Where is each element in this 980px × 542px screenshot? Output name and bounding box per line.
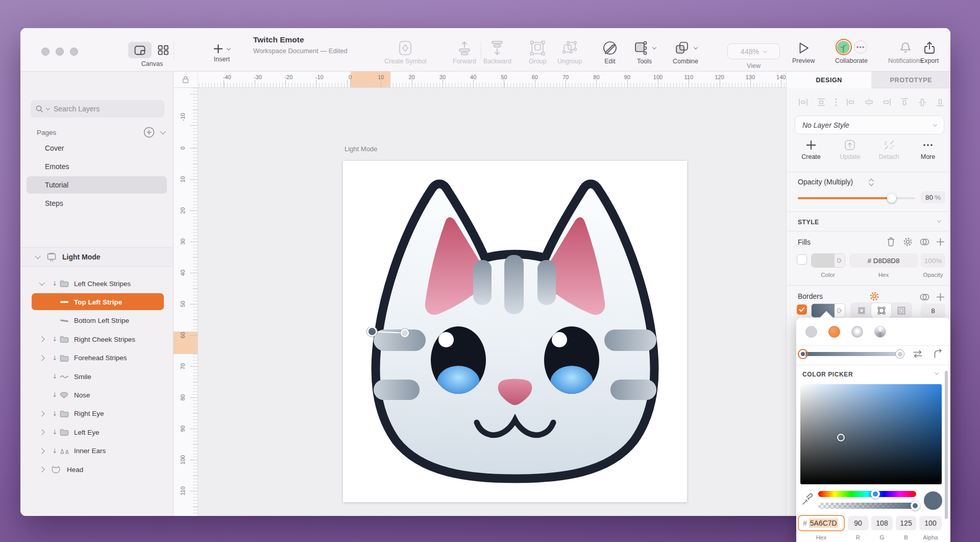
gradient-stop-start[interactable] (798, 349, 808, 359)
fill-opacity-field[interactable]: 100% (921, 253, 945, 268)
artboard-row-light-mode[interactable]: Light Mode (20, 247, 173, 267)
opacity-slider-knob[interactable] (887, 194, 896, 203)
page-item-steps[interactable]: Steps (20, 194, 173, 213)
blend-mode-stepper-icon[interactable] (868, 178, 874, 187)
linear-gradient-type-button[interactable] (828, 326, 840, 338)
combine-button[interactable]: Combine (673, 40, 698, 65)
chevron-down-icon[interactable] (39, 280, 44, 286)
zoom-level-dropdown[interactable]: 448% (727, 43, 780, 59)
add-fill-icon[interactable] (936, 238, 945, 246)
border-inside-button[interactable] (851, 303, 871, 318)
fill-color-swatch[interactable] (811, 253, 845, 268)
border-enabled-checkbox[interactable] (797, 304, 807, 315)
hex-input[interactable]: # 5A6C7D (798, 515, 845, 531)
create-style-button[interactable]: Create (795, 139, 827, 164)
traffic-minimize-button[interactable] (56, 48, 64, 56)
alpha-knob[interactable] (911, 501, 920, 510)
traffic-zoom-button[interactable] (70, 48, 78, 56)
border-settings-gear-icon[interactable] (869, 291, 879, 301)
page-item-emotes[interactable]: Emotes (20, 157, 173, 176)
add-page-icon[interactable] (143, 127, 155, 138)
opacity-slider[interactable] (798, 197, 915, 199)
traffic-close-button[interactable] (41, 48, 50, 56)
saturation-cursor[interactable] (837, 434, 845, 441)
export-button[interactable]: Export (920, 41, 939, 64)
move-forward-button[interactable]: Forward (453, 40, 476, 65)
alpha-slider[interactable] (818, 503, 916, 509)
tab-design[interactable]: DESIGN (787, 72, 871, 88)
layer-row-right-cheek-stripes[interactable]: ↓Right Cheek Stripes (20, 330, 173, 348)
border-center-button[interactable] (871, 303, 891, 318)
tab-prototype[interactable]: PROTOTYPE (871, 72, 950, 88)
update-style-button[interactable]: Update (834, 139, 866, 164)
layer-row-smile[interactable]: ↓Smile (20, 367, 173, 386)
hue-knob[interactable] (871, 489, 880, 499)
search-input[interactable]: Search Layers (31, 100, 164, 117)
layer-row-forehead-stripes[interactable]: ↓Forehead Stripes (20, 349, 173, 367)
border-blend-icon[interactable] (920, 293, 929, 301)
reverse-gradient-icon[interactable] (913, 349, 923, 359)
gradient-stop-end[interactable] (895, 349, 904, 359)
collapse-color-picker-icon[interactable] (935, 370, 939, 374)
chevron-right-icon[interactable] (39, 355, 44, 361)
page-item-tutorial[interactable]: Tutorial (20, 176, 173, 194)
artboard-title[interactable]: Light Mode (345, 145, 377, 153)
detach-style-button[interactable]: Detach (873, 139, 905, 164)
page-item-cover[interactable]: Cover (20, 139, 173, 157)
green-field[interactable]: 108 (871, 516, 893, 530)
canvas-single-view-button[interactable] (128, 42, 152, 58)
fill-hex-field[interactable]: # D8D8D8 (849, 253, 918, 268)
layer-row-bottom-left-stripe[interactable]: Bottom Left Stripe (20, 312, 173, 330)
ungroup-button[interactable]: Ungroup (557, 40, 582, 65)
alpha-field[interactable]: 100 (919, 516, 942, 530)
collapse-style-icon[interactable] (937, 218, 941, 222)
chevron-right-icon[interactable] (39, 466, 44, 472)
align-top-icon[interactable] (900, 98, 909, 106)
popover-scrollbar[interactable] (945, 371, 948, 519)
gradient-end-handle[interactable] (401, 329, 408, 337)
layer-row-right-eye[interactable]: ↓Right Eye (20, 405, 173, 423)
collaborate-button[interactable]: ••• Collaborate (835, 39, 868, 64)
flat-color-type-button[interactable] (805, 326, 817, 338)
saturation-brightness-square[interactable] (800, 384, 942, 484)
tools-button[interactable]: Tools (633, 40, 656, 65)
edit-button[interactable]: Edit (602, 40, 618, 65)
hue-slider[interactable] (818, 491, 916, 497)
radial-gradient-type-button[interactable] (851, 326, 863, 338)
distribute-vertically-icon[interactable] (817, 98, 825, 106)
chevron-right-icon[interactable] (39, 337, 44, 342)
angular-gradient-type-button[interactable] (874, 326, 886, 338)
move-backward-button[interactable]: Backward (483, 40, 511, 65)
fill-blend-icon[interactable] (920, 238, 929, 246)
layer-row-head[interactable]: Head (20, 460, 173, 479)
preview-button[interactable]: Preview (792, 41, 815, 64)
insert-button[interactable]: Insert (213, 44, 230, 63)
distribute-horizontally-icon[interactable] (799, 98, 807, 106)
lock-icon[interactable] (182, 76, 189, 83)
red-field[interactable]: 90 (848, 516, 868, 530)
eyedropper-icon[interactable] (801, 491, 814, 506)
fill-settings-gear-icon[interactable] (903, 237, 913, 247)
fill-enabled-checkbox[interactable] (797, 254, 807, 265)
layer-style-dropdown[interactable]: No Layer Style (795, 115, 944, 134)
blue-field[interactable]: 125 (896, 516, 916, 530)
opacity-value-field[interactable]: 80% (921, 191, 945, 203)
align-center-horizontal-icon[interactable] (865, 98, 873, 106)
layer-row-left-cheek-stripes[interactable]: ↓Left Cheek Stripes (20, 274, 173, 293)
align-center-vertical-icon[interactable] (918, 98, 926, 107)
align-options-icon[interactable] (835, 98, 837, 106)
rotate-gradient-icon[interactable] (933, 348, 943, 359)
border-width-field[interactable]: 8 (921, 303, 945, 318)
collapse-pages-icon[interactable] (160, 129, 165, 134)
layer-row-inner-ears[interactable]: ↓Inner Ears (20, 442, 173, 460)
canvas[interactable]: Light Mode (198, 88, 786, 516)
create-symbol-button[interactable]: Create Symbol (384, 40, 427, 65)
gradient-start-handle[interactable] (368, 327, 377, 336)
notifications-button[interactable]: Notifications (888, 41, 923, 64)
chevron-right-icon[interactable] (39, 448, 44, 454)
gradient-axis-handles[interactable] (366, 327, 418, 342)
more-actions-button[interactable]: More (912, 139, 944, 164)
canvas-grid-view-button[interactable] (152, 42, 175, 58)
chevron-right-icon[interactable] (39, 411, 44, 416)
gradient-bar[interactable] (803, 352, 900, 356)
